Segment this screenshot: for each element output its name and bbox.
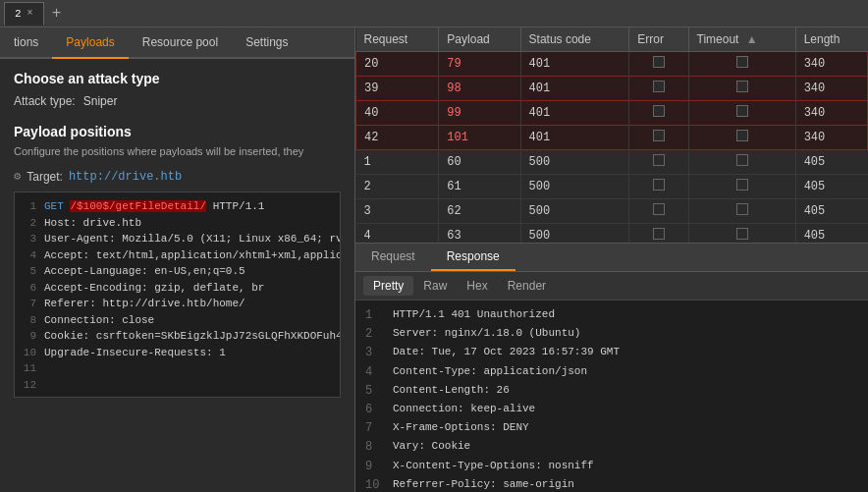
target-value: http://drive.htb (69, 170, 182, 184)
code-line-12: 12 (19, 377, 336, 394)
code-line-1: 1 GET /$100$/getFileDetail/ HTTP/1.1 (19, 198, 336, 215)
col-timeout[interactable]: Timeout ▲ (688, 27, 795, 52)
table-row[interactable]: 4 63 500 405 (356, 224, 868, 245)
left-panel: tions Payloads Resource pool Settings Ch… (0, 27, 355, 492)
tab-positions[interactable]: tions (0, 27, 52, 57)
tab-request[interactable]: Request (355, 244, 431, 271)
resp-line: 8Vary: Cookie (365, 438, 858, 457)
resp-line: 10Referrer-Policy: same-origin (365, 476, 858, 492)
settings-icon: ⚙ (14, 169, 21, 184)
table-row[interactable]: 2 61 500 405 (356, 175, 868, 199)
attack-type-value: Sniper (83, 94, 118, 108)
code-line-11: 11 (19, 360, 336, 377)
col-payload[interactable]: Payload (439, 27, 520, 52)
tab-label: 2 (15, 8, 22, 20)
new-tab-button[interactable]: + (46, 3, 68, 25)
subtab-pretty[interactable]: Pretty (363, 276, 413, 296)
main-container: tions Payloads Resource pool Settings Ch… (0, 27, 868, 492)
req-resp-tabs: Request Response (355, 244, 868, 272)
subtab-raw[interactable]: Raw (413, 276, 457, 296)
response-area: Request Response Pretty Raw Hex Render 1… (355, 244, 868, 492)
table-row[interactable]: 42 101 401 340 (356, 126, 868, 150)
tab-payloads[interactable]: Payloads (52, 27, 128, 59)
target-label: Target: (27, 170, 63, 184)
resp-line: 4Content-Type: application/json (365, 363, 858, 382)
col-status[interactable]: Status code (520, 27, 629, 52)
results-table[interactable]: Request Payload Status code Error Timeou… (355, 27, 868, 244)
table-row[interactable]: 20 79 401 340 (356, 52, 868, 77)
tab-response[interactable]: Response (431, 244, 515, 271)
table-row[interactable]: 40 99 401 340 (356, 101, 868, 126)
resp-line: 9X-Content-Type-Options: nosniff (365, 458, 858, 476)
payload-positions-title: Payload positions (14, 124, 341, 139)
code-line-8: 8 Connection: close (19, 312, 336, 329)
response-body[interactable]: 1HTTP/1.1 401 Unauthorized2Server: nginx… (355, 301, 868, 492)
resp-line: 7X-Frame-Options: DENY (365, 419, 858, 438)
attack-type-label: Attack type: (14, 94, 76, 108)
left-content: Choose an attack type Attack type: Snipe… (0, 59, 354, 492)
tab-bar: 2 × + (0, 0, 868, 27)
code-line-7: 7 Referer: http://drive.htb/home/ (19, 296, 336, 312)
table-row[interactable]: 3 62 500 405 (356, 199, 868, 224)
code-editor[interactable]: 1 GET /$100$/getFileDetail/ HTTP/1.1 2 H… (14, 191, 341, 398)
table-row[interactable]: 1 60 500 405 (356, 150, 868, 175)
resp-line: 2Server: nginx/1.18.0 (Ubuntu) (365, 325, 858, 344)
target-row: ⚙ Target: http://drive.htb (14, 169, 341, 184)
attack-type-row: Attack type: Sniper (14, 94, 341, 108)
col-error[interactable]: Error (629, 27, 688, 52)
table-row[interactable]: 39 98 401 340 (356, 77, 868, 101)
tab-settings[interactable]: Settings (232, 27, 301, 57)
col-request[interactable]: Request (356, 27, 439, 52)
close-icon[interactable]: × (27, 8, 33, 19)
nav-tabs: tions Payloads Resource pool Settings (0, 27, 354, 59)
resp-line: 1HTTP/1.1 401 Unauthorized (365, 306, 858, 325)
right-panel: Request Payload Status code Error Timeou… (355, 27, 868, 492)
resp-line: 5Content-Length: 26 (365, 382, 858, 401)
results-data-table: Request Payload Status code Error Timeou… (355, 27, 868, 244)
code-line-10: 10 Upgrade-Insecure-Requests: 1 (19, 345, 336, 361)
format-subtabs: Pretty Raw Hex Render (355, 272, 868, 301)
tab-resource-pool[interactable]: Resource pool (129, 27, 232, 57)
subtab-hex[interactable]: Hex (457, 276, 497, 296)
subtab-render[interactable]: Render (498, 276, 556, 296)
code-line-5: 5 Accept-Language: en-US,en;q=0.5 (19, 263, 336, 280)
tab-1[interactable]: 2 × (4, 2, 44, 26)
code-line-9: 9 Cookie: csrftoken=SKbEigzklJpJ72sGLQFh… (19, 328, 336, 345)
resp-line: 6Connection: keep-alive (365, 401, 858, 419)
table-header-row: Request Payload Status code Error Timeou… (356, 27, 868, 52)
col-length[interactable]: Length (795, 27, 867, 52)
code-line-4: 4 Accept: text/html,application/xhtml+xm… (19, 247, 336, 264)
code-line-2: 2 Host: drive.htb (19, 215, 336, 232)
resp-line: 3Date: Tue, 17 Oct 2023 16:57:39 GMT (365, 344, 858, 362)
choose-attack-title: Choose an attack type (14, 71, 341, 86)
code-line-3: 3 User-Agent: Mozilla/5.0 (X11; Linux x8… (19, 231, 336, 247)
code-line-6: 6 Accept-Encoding: gzip, deflate, br (19, 280, 336, 297)
payload-positions-desc: Configure the positions where payloads w… (14, 145, 341, 157)
